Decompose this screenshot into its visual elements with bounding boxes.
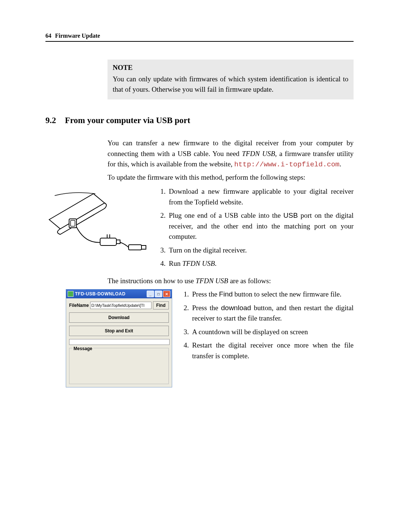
paragraph-2: To update the firmware with this method,… [108, 172, 354, 183]
filename-label: FileName [69, 302, 89, 309]
paragraph-1: You can transfer a new firmware to the d… [108, 138, 354, 170]
page-number: 64 [45, 31, 51, 40]
steps-list-b: Press the Find button to select the new … [180, 289, 354, 361]
find-button[interactable]: Find [153, 301, 169, 309]
svg-rect-5 [129, 245, 141, 250]
chapter-title: Firmware Update [55, 31, 100, 40]
step-a-2: Plug one end of a USB cable into the USB… [167, 210, 354, 242]
step-a-1: Download a new firmware applicable to yo… [167, 186, 354, 207]
svg-rect-3 [100, 238, 116, 245]
progress-bar [69, 339, 170, 345]
usb-connection-illustration [45, 186, 149, 260]
app-icon [68, 291, 74, 297]
window-title: TFD-USB-DOWNLOAD [75, 291, 147, 297]
download-button[interactable]: Download [69, 312, 169, 323]
page-header: 64 Firmware Update [45, 31, 354, 42]
svg-rect-4 [116, 240, 120, 244]
step-a-3: Turn on the digital receiver. [167, 245, 354, 256]
note-title: NOTE [113, 62, 348, 73]
svg-rect-2 [71, 220, 75, 226]
minimize-icon[interactable]: _ [147, 291, 154, 297]
filename-input[interactable]: D:\MyTask\TopfieldUpdate\[TI [90, 302, 151, 309]
note-body: You can only update with firmwares of wh… [113, 74, 348, 95]
website-url[interactable]: http://www.i-topfield.com [234, 160, 340, 169]
step-b-3: A countdown will be displayed on screen [191, 327, 354, 338]
step-b-4: Restart the digital receiver once more w… [191, 340, 354, 361]
steps-list-a: Download a new firmware applicable to yo… [156, 186, 354, 269]
section-heading: 9.2 From your computer via USB port [45, 114, 354, 127]
tfd-usb-app-window: TFD-USB-DOWNLOAD _ □ ✕ FileName D:\MyTas… [66, 289, 172, 387]
message-label: Message [72, 345, 93, 352]
note-block: NOTE You can only update with firmwares … [108, 60, 354, 99]
maximize-icon[interactable]: □ [155, 291, 162, 297]
step-b-1: Press the Find button to select the new … [191, 289, 354, 300]
section-number: 9.2 [45, 114, 56, 127]
step-a-4: Run TFDN USB. [167, 258, 354, 269]
titlebar[interactable]: TFD-USB-DOWNLOAD _ □ ✕ [66, 289, 172, 298]
step-b-2: Press the download button, and then rest… [191, 303, 354, 324]
paragraph-3: The instructions on how to use TFDN USB … [108, 276, 354, 287]
svg-rect-6 [141, 245, 146, 249]
stop-exit-button[interactable]: Stop and Exit [69, 326, 169, 336]
message-box: Message [69, 348, 169, 384]
utility-name: TFDN USB [242, 150, 275, 157]
close-icon[interactable]: ✕ [163, 291, 170, 297]
section-title: From your computer via USB port [65, 114, 190, 127]
